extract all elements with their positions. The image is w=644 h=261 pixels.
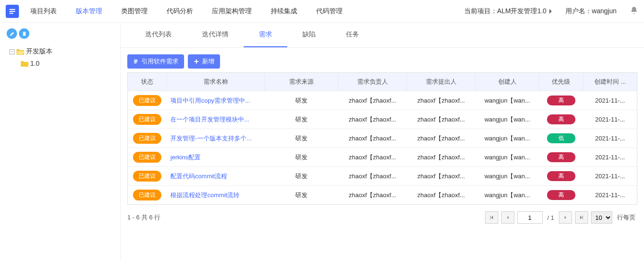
priority-badge: 高 — [547, 152, 575, 162]
sub-tab[interactable]: 缺陷 — [287, 23, 331, 47]
table-row[interactable]: 已建议在一个项目开发管理模块中...研发zhaoxf【zhaoxf...zhao… — [128, 110, 637, 129]
primary-nav: 项目列表版本管理类图管理代码分析应用架构管理持续集成代码管理 — [28, 0, 464, 22]
cell-source: 研发 — [265, 129, 338, 148]
cell-creator: wangjun【wan... — [476, 129, 539, 148]
requirement-name-link[interactable]: 配置代码commit流程 — [170, 173, 227, 180]
table-row[interactable]: 已建议jerkins配置研发zhaoxf【zhaoxf...zhaoxf【zha… — [128, 148, 637, 167]
column-header[interactable]: 需求负责人 — [338, 73, 407, 91]
delete-button[interactable] — [19, 28, 29, 39]
quote-requirements-button[interactable]: 引用软件需求 — [127, 54, 184, 69]
table-body: 已建议项目中引用copy需求管理中...研发zhaoxf【zhaoxf...zh… — [128, 91, 637, 205]
nav-tab[interactable]: 代码管理 — [314, 0, 344, 22]
requirement-name-link[interactable]: 根据流程处理commit流转 — [170, 191, 239, 199]
cell-source: 研发 — [265, 110, 338, 129]
tree-leaf-label: 1.0 — [30, 60, 39, 67]
cell-creator: wangjun【wan... — [476, 148, 539, 167]
username-label: 用户名：wangjun — [565, 7, 617, 16]
tree-leaf-node[interactable]: 1.0 — [20, 58, 116, 69]
add-new-button[interactable]: 新增 — [188, 54, 220, 69]
status-badge: 已建议 — [133, 95, 161, 106]
sub-tab[interactable]: 任务 — [331, 23, 374, 47]
sub-tabs: 迭代列表迭代详情需求缺陷任务 — [121, 23, 644, 48]
cell-created: 2021-11-... — [583, 186, 637, 205]
requirement-name-link[interactable]: 项目中引用copy需求管理中... — [170, 97, 250, 104]
cell-created: 2021-11-... — [583, 91, 637, 110]
pager-next-button[interactable] — [559, 211, 572, 224]
cell-submitter: zhaoxf【zhaoxf... — [407, 110, 476, 129]
cell-source: 研发 — [265, 91, 338, 110]
column-header[interactable]: 优先级 — [539, 73, 583, 91]
cell-source: 研发 — [265, 148, 338, 167]
nav-tab[interactable]: 持续集成 — [269, 0, 299, 22]
nav-tab[interactable]: 应用架构管理 — [210, 0, 254, 22]
pagination: 1 - 6 共 6 行 / 1 10 行每页 — [121, 205, 644, 230]
priority-badge: 低 — [547, 133, 575, 143]
cell-owner: zhaoxf【zhaoxf... — [338, 91, 407, 110]
column-header[interactable]: 创建人 — [476, 73, 539, 91]
nav-tab[interactable]: 类图管理 — [119, 0, 150, 22]
column-header[interactable]: 创建时间 ... — [583, 73, 637, 91]
column-header[interactable]: 需求名称 — [167, 73, 265, 91]
cell-owner: zhaoxf【zhaoxf... — [338, 167, 407, 186]
cell-creator: wangjun【wan... — [476, 186, 539, 205]
quote-icon — [133, 59, 139, 64]
action-bar: 引用软件需求 新增 — [121, 48, 644, 72]
nav-tab[interactable]: 项目列表 — [28, 0, 59, 22]
status-badge: 已建议 — [133, 133, 161, 144]
pencil-icon — [9, 31, 15, 36]
table-row[interactable]: 已建议根据流程处理commit流转研发zhaoxf【zhaoxf...zhaox… — [128, 186, 637, 205]
prev-page-icon — [505, 215, 510, 220]
table-row[interactable]: 已建议开发管理-一个版本支持多个...研发zhaoxf【zhaoxf...zha… — [128, 129, 637, 148]
pager-pagesize-select[interactable]: 10 — [591, 211, 612, 224]
sub-tab[interactable]: 迭代详情 — [187, 23, 244, 47]
priority-badge: 高 — [547, 171, 575, 181]
requirement-name-link[interactable]: 开发管理-一个版本支持多个... — [170, 135, 251, 142]
tree-collapse-toggle[interactable]: − — [9, 49, 15, 54]
cell-created: 2021-11-... — [583, 167, 637, 186]
cell-submitter: zhaoxf【zhaoxf... — [407, 167, 476, 186]
status-badge: 已建议 — [133, 190, 161, 200]
cell-created: 2021-11-... — [583, 129, 637, 148]
sidebar: − 开发版本 1.0 — [0, 23, 121, 261]
requirement-name-link[interactable]: jerkins配置 — [170, 154, 201, 161]
pager-prev-button[interactable] — [501, 211, 514, 224]
pager-last-button[interactable] — [575, 211, 588, 224]
trash-icon — [22, 31, 27, 36]
sub-tab[interactable]: 迭代列表 — [130, 23, 187, 47]
table-header: 状态需求名称需求来源需求负责人需求提出人创建人优先级创建时间 ... — [128, 73, 637, 91]
first-page-icon — [489, 215, 494, 220]
pager-first-button[interactable] — [485, 211, 498, 224]
table-container: 状态需求名称需求来源需求负责人需求提出人创建人优先级创建时间 ... 已建议项目… — [121, 72, 644, 205]
nav-tab[interactable]: 版本管理 — [74, 0, 104, 22]
cell-submitter: zhaoxf【zhaoxf... — [407, 91, 476, 110]
cell-owner: zhaoxf【zhaoxf... — [338, 129, 407, 148]
cell-creator: wangjun【wan... — [476, 91, 539, 110]
cell-creator: wangjun【wan... — [476, 167, 539, 186]
pager-page-input[interactable] — [517, 211, 543, 224]
status-badge: 已建议 — [133, 152, 161, 163]
pager-total-pages: / 1 — [547, 214, 554, 221]
menu-toggle-button[interactable] — [6, 5, 19, 18]
version-tree: − 开发版本 1.0 — [4, 45, 116, 69]
table-row[interactable]: 已建议配置代码commit流程研发zhaoxf【zhaoxf...zhaoxf【… — [128, 167, 637, 186]
priority-badge: 高 — [547, 114, 575, 124]
table-row[interactable]: 已建议项目中引用copy需求管理中...研发zhaoxf【zhaoxf...zh… — [128, 91, 637, 110]
top-header: 项目列表版本管理类图管理代码分析应用架构管理持续集成代码管理 当前项目：ALM开… — [0, 0, 644, 23]
pager-controls: / 1 10 行每页 — [485, 211, 637, 224]
pager-info: 1 - 6 共 6 行 — [127, 213, 160, 222]
column-header[interactable]: 需求来源 — [265, 73, 338, 91]
current-project-selector[interactable]: 当前项目：ALM开发管理1.0 — [464, 7, 552, 16]
bell-icon — [630, 6, 638, 15]
pager-per-page-label: 行每页 — [617, 213, 635, 222]
column-header[interactable]: 需求提出人 — [407, 73, 476, 91]
column-header[interactable]: 状态 — [128, 73, 167, 91]
nav-tab[interactable]: 代码分析 — [165, 0, 195, 22]
tree-root-node[interactable]: − 开发版本 — [9, 45, 116, 58]
sub-tab[interactable]: 需求 — [244, 23, 287, 47]
cell-owner: zhaoxf【zhaoxf... — [338, 186, 407, 205]
priority-badge: 高 — [547, 190, 575, 200]
notifications-button[interactable] — [630, 6, 638, 16]
folder-open-icon — [17, 49, 24, 55]
edit-button[interactable] — [7, 28, 17, 39]
requirement-name-link[interactable]: 在一个项目开发管理模块中... — [170, 116, 249, 123]
